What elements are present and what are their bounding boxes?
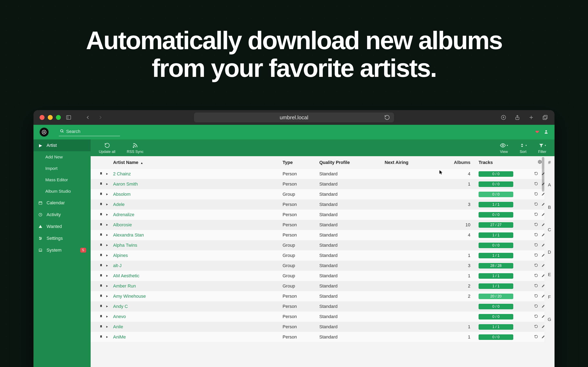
refresh-row-icon[interactable] (534, 202, 538, 207)
sidebar-item-mass-editor[interactable]: Mass Editor (34, 174, 91, 185)
monitor-toggle-icon[interactable] (105, 182, 108, 187)
bookmark-icon[interactable] (99, 202, 103, 207)
col-tracks[interactable]: Tracks (479, 160, 527, 165)
back-button[interactable] (85, 114, 91, 121)
artist-link[interactable]: Alexandra Stan (113, 233, 144, 238)
bookmark-icon[interactable] (99, 192, 103, 197)
user-icon[interactable] (544, 129, 548, 135)
monitor-toggle-icon[interactable] (105, 314, 108, 319)
share-icon[interactable] (514, 114, 521, 121)
sidebar-item-artist[interactable]: ▶ Artist (34, 140, 91, 151)
artist-link[interactable]: Amber Run (113, 284, 136, 289)
monitor-toggle-icon[interactable] (105, 263, 108, 268)
monitor-toggle-icon[interactable] (105, 212, 108, 217)
refresh-row-icon[interactable] (534, 233, 538, 238)
refresh-row-icon[interactable] (534, 192, 538, 197)
reload-icon[interactable] (384, 114, 390, 121)
monitor-toggle-icon[interactable] (105, 192, 108, 197)
refresh-row-icon[interactable] (534, 335, 538, 340)
window-minimize-button[interactable] (48, 115, 53, 120)
monitor-toggle-icon[interactable] (105, 284, 108, 289)
window-zoom-button[interactable] (56, 115, 61, 120)
artist-link[interactable]: Andy C (113, 304, 128, 309)
col-albums[interactable]: Albums (442, 160, 479, 165)
monitor-toggle-icon[interactable] (105, 172, 108, 176)
refresh-row-icon[interactable] (534, 253, 538, 258)
refresh-row-icon[interactable] (534, 284, 538, 289)
rss-sync-button[interactable]: RSS Sync (127, 142, 144, 154)
bookmark-icon[interactable] (99, 243, 103, 248)
artist-link[interactable]: AniMe (113, 334, 126, 340)
alpha-jump[interactable]: E (548, 272, 551, 277)
search-input[interactable] (66, 129, 119, 134)
sidebar-item-wanted[interactable]: Wanted (34, 221, 91, 233)
bookmark-icon[interactable] (99, 284, 103, 289)
refresh-row-icon[interactable] (534, 304, 538, 309)
monitor-toggle-icon[interactable] (105, 202, 108, 207)
bookmark-icon[interactable] (99, 233, 103, 238)
artist-link[interactable]: Adele (113, 202, 125, 207)
alpha-jump[interactable]: D (548, 250, 551, 255)
bookmark-icon[interactable] (99, 253, 103, 258)
monitor-toggle-icon[interactable] (105, 274, 108, 278)
refresh-row-icon[interactable] (534, 325, 538, 329)
new-tab-icon[interactable] (528, 114, 535, 121)
col-quality-profile[interactable]: Quality Profile (319, 160, 385, 165)
downloads-icon[interactable] (500, 114, 507, 121)
monitor-toggle-icon[interactable] (105, 304, 108, 309)
monitor-toggle-icon[interactable] (105, 243, 108, 248)
bookmark-icon[interactable] (99, 172, 103, 176)
app-logo[interactable] (40, 128, 49, 137)
col-type[interactable]: Type (283, 160, 319, 165)
refresh-row-icon[interactable] (534, 243, 538, 248)
bookmark-icon[interactable] (99, 325, 103, 329)
sidebar-item-system[interactable]: System 5 (34, 244, 91, 256)
bookmark-icon[interactable] (99, 314, 103, 319)
monitor-toggle-icon[interactable] (105, 253, 108, 258)
sidebar-item-activity[interactable]: Activity (34, 209, 91, 221)
sidebar-toggle-icon[interactable] (65, 114, 72, 121)
filter-toggle[interactable]: ▾ Filter (538, 142, 546, 154)
alpha-jump[interactable]: G (548, 317, 551, 322)
artist-link[interactable]: Adrenalize (113, 212, 134, 217)
bookmark-icon[interactable] (99, 335, 103, 340)
artist-link[interactable]: AM Aesthetic (113, 273, 139, 278)
alpha-jump[interactable]: # (548, 160, 551, 165)
artist-link[interactable]: Aaron Smith (113, 182, 138, 187)
bookmark-icon[interactable] (99, 274, 103, 278)
forward-button[interactable] (97, 114, 104, 121)
bookmark-icon[interactable] (99, 294, 103, 299)
scrollbar-thumb[interactable] (542, 157, 544, 192)
refresh-row-icon[interactable] (534, 223, 538, 227)
artist-link[interactable]: Amy Winehouse (113, 294, 146, 299)
sidebar-item-import[interactable]: Import (34, 163, 91, 174)
alpha-jump[interactable]: C (548, 227, 551, 233)
bookmark-icon[interactable] (99, 182, 103, 187)
sidebar-item-settings[interactable]: Settings (34, 233, 91, 244)
refresh-row-icon[interactable] (534, 314, 538, 319)
artist-link[interactable]: Anevo (113, 314, 126, 319)
alpha-jump[interactable]: F (548, 294, 551, 300)
sort-toggle[interactable]: ▾ Sort (519, 142, 527, 154)
monitor-toggle-icon[interactable] (105, 335, 108, 340)
view-toggle[interactable]: ▾ View (500, 142, 508, 154)
refresh-row-icon[interactable] (534, 172, 538, 176)
sidebar-item-calendar[interactable]: Calendar (34, 197, 91, 209)
artist-link[interactable]: Alpines (113, 253, 128, 258)
search-field[interactable] (59, 128, 120, 136)
artist-link[interactable]: Anile (113, 324, 123, 329)
sidebar-item-album-studio[interactable]: Album Studio (34, 185, 91, 197)
refresh-row-icon[interactable] (534, 274, 538, 278)
update-all-button[interactable]: Update all (99, 142, 115, 154)
refresh-row-icon[interactable] (534, 294, 538, 299)
artist-link[interactable]: Absolom (113, 192, 131, 197)
col-artist-name[interactable]: Artist Name▲ (113, 160, 283, 165)
tabs-overview-icon[interactable] (542, 114, 548, 121)
artist-link[interactable]: alt-J (113, 263, 122, 268)
donate-heart-icon[interactable]: ❤ (535, 129, 539, 135)
refresh-row-icon[interactable] (534, 263, 538, 268)
artist-link[interactable]: Alpha Twins (113, 243, 137, 248)
monitor-toggle-icon[interactable] (105, 233, 108, 238)
artist-link[interactable]: Alborosie (113, 222, 132, 227)
bookmark-icon[interactable] (99, 223, 103, 227)
